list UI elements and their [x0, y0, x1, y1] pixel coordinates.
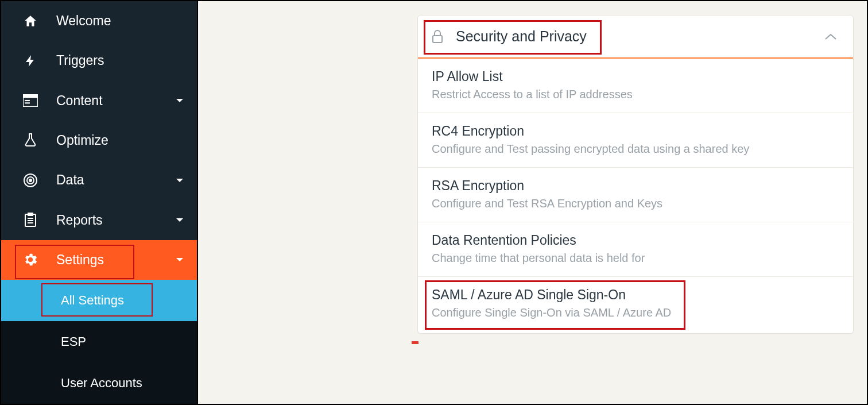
panel-row-desc: Configure and Test passing encrypted dat…: [432, 142, 839, 156]
panel-row-desc: Change time that personal data is held f…: [432, 252, 839, 265]
gear-icon: [22, 251, 39, 268]
flask-icon: [22, 132, 39, 149]
subnav-item-label: ESP: [61, 334, 86, 349]
svg-point-6: [29, 179, 32, 182]
sidebar-item-settings[interactable]: Settings: [1, 240, 197, 280]
red-mark-icon: [412, 341, 418, 344]
panel-row-desc: Restrict Access to a list of IP addresse…: [432, 88, 839, 101]
subnav-item-label: User Accounts: [61, 376, 142, 391]
content-area: Security and Privacy IP Allow List Restr…: [198, 1, 867, 404]
svg-rect-8: [28, 213, 33, 215]
subnav-item-user-accounts[interactable]: User Accounts: [1, 362, 197, 404]
panel-row-title: RC4 Encryption: [432, 124, 839, 139]
panel-row-saml-sso[interactable]: SAML / Azure AD Single Sign-On Configure…: [418, 277, 853, 333]
subnav-item-esp[interactable]: ESP: [1, 321, 197, 362]
svg-rect-2: [25, 100, 30, 101]
panel-row-title: SAML / Azure AD Single Sign-On: [432, 287, 839, 303]
panel-row-title: Data Rentention Policies: [432, 233, 839, 248]
svg-rect-3: [25, 102, 30, 103]
panel-row-title: IP Allow List: [432, 69, 839, 84]
sidebar-item-label: Welcome: [56, 13, 190, 29]
panel-row-rsa-encryption[interactable]: RSA Encryption Configure and Test RSA En…: [418, 168, 853, 222]
sidebar-item-optimize[interactable]: Optimize: [1, 121, 197, 160]
caret-down-icon: [176, 218, 183, 222]
home-icon: [22, 13, 39, 30]
subnav-item-label: All Settings: [61, 293, 124, 308]
sidebar-item-label: Content: [56, 93, 176, 109]
svg-rect-12: [433, 36, 442, 43]
sidebar-item-triggers[interactable]: Triggers: [1, 41, 197, 80]
chevron-up-icon: [824, 33, 837, 41]
target-icon: [22, 172, 39, 189]
panel-row-desc: Configure Single Sign-On via SAML / Azur…: [432, 306, 839, 319]
security-privacy-panel: Security and Privacy IP Allow List Restr…: [417, 15, 854, 334]
panel-header-security-privacy[interactable]: Security and Privacy: [418, 16, 853, 59]
sidebar-item-label: Data: [56, 172, 176, 188]
sidebar-item-label: Optimize: [56, 133, 190, 148]
sidebar-item-data[interactable]: Data: [1, 160, 197, 200]
bolt-icon: [22, 52, 39, 70]
panel-row-rc4-encryption[interactable]: RC4 Encryption Configure and Test passin…: [418, 113, 853, 168]
lock-icon: [429, 29, 445, 45]
layout-icon: [22, 92, 39, 109]
sidebar-item-content[interactable]: Content: [1, 81, 197, 121]
svg-rect-1: [23, 94, 38, 98]
sidebar-item-label: Reports: [56, 213, 176, 228]
panel-header-title: Security and Privacy: [456, 28, 587, 45]
panel-row-desc: Configure and Test RSA Encryption and Ke…: [432, 197, 839, 210]
caret-down-icon: [176, 179, 183, 182]
sidebar-item-label: Settings: [56, 252, 176, 268]
settings-subnav: All Settings ESP User Accounts: [1, 280, 197, 404]
panel-row-data-retention[interactable]: Data Rentention Policies Change time tha…: [418, 222, 853, 277]
caret-down-icon: [176, 99, 183, 102]
sidebar-item-reports[interactable]: Reports: [1, 200, 197, 240]
subnav-item-all-settings[interactable]: All Settings: [1, 280, 197, 321]
caret-down-icon: [176, 258, 183, 261]
sidebar: Welcome Triggers Content Optimize Data R…: [1, 1, 198, 404]
panel-row-title: RSA Encryption: [432, 178, 839, 194]
clipboard-icon: [22, 211, 39, 229]
sidebar-item-label: Triggers: [56, 53, 190, 68]
sidebar-item-welcome[interactable]: Welcome: [1, 1, 197, 41]
panel-row-ip-allow-list[interactable]: IP Allow List Restrict Access to a list …: [418, 59, 853, 113]
